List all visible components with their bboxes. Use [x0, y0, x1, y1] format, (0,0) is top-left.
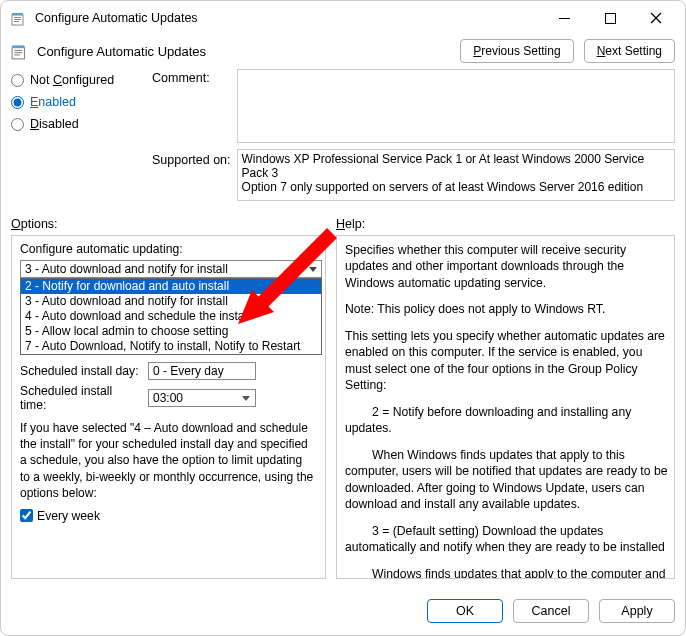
configure-heading: Configure automatic updating:	[20, 242, 321, 256]
sched-day-label: Scheduled install day:	[20, 364, 140, 378]
policy-icon	[11, 10, 27, 26]
options-panel[interactable]: Configure automatic updating: 3 - Auto d…	[11, 235, 326, 579]
svg-rect-10	[12, 45, 24, 47]
footer: OK Cancel Apply	[1, 589, 685, 635]
window-title: Configure Automatic Updates	[35, 11, 541, 25]
every-week-label: Every week	[37, 509, 100, 523]
apply-button[interactable]: Apply	[599, 599, 675, 623]
update-mode-dropdown-list[interactable]: 2 - Notify for download and auto install…	[20, 278, 322, 355]
dropdown-item[interactable]: 5 - Allow local admin to choose setting	[21, 324, 321, 339]
svg-rect-2	[14, 17, 21, 18]
policy-editor-window: Configure Automatic Updates Configure Au…	[0, 0, 686, 636]
minimize-button[interactable]	[541, 3, 587, 33]
update-mode-dropdown[interactable]: 3 - Auto download and notify for install	[20, 260, 322, 278]
supported-label: Supported on:	[152, 149, 231, 167]
cancel-button[interactable]: Cancel	[513, 599, 589, 623]
help-text: Specifies whether this computer will rec…	[345, 242, 670, 291]
svg-rect-3	[14, 19, 21, 20]
svg-rect-12	[14, 52, 22, 53]
svg-rect-4	[14, 21, 19, 22]
svg-rect-11	[14, 50, 22, 51]
supported-on-box[interactable]: Windows XP Professional Service Pack 1 o…	[237, 149, 675, 201]
sched-day-select[interactable]: 0 - Every day	[148, 362, 256, 380]
next-setting-button[interactable]: Next Setting	[584, 39, 675, 63]
policy-icon	[11, 42, 29, 60]
help-text: 2 = Notify before downloading and instal…	[345, 404, 670, 437]
ok-button[interactable]: OK	[427, 599, 503, 623]
radio-not-configured[interactable]: Not Configured	[11, 73, 146, 87]
previous-setting-button[interactable]: Previous Setting	[460, 39, 573, 63]
dropdown-item[interactable]: 2 - Notify for download and auto install	[21, 279, 321, 294]
sched-time-label: Scheduled install time:	[20, 384, 140, 412]
btn-lbl: revious Setting	[481, 44, 560, 58]
maximize-button[interactable]	[587, 3, 633, 33]
radio-disabled[interactable]: Disabled	[11, 117, 146, 131]
help-text: This setting lets you specify whether au…	[345, 328, 670, 394]
dropdown-item[interactable]: 7 - Auto Download, Notify to install, No…	[21, 339, 321, 354]
help-text: Note: This policy does not apply to Wind…	[345, 301, 670, 317]
help-label: Help:	[336, 217, 365, 231]
dropdown-item[interactable]: 3 - Auto download and notify for install	[21, 294, 321, 309]
svg-rect-6	[605, 13, 615, 23]
close-button[interactable]	[633, 3, 679, 33]
titlebar[interactable]: Configure Automatic Updates	[1, 1, 685, 35]
btn-lbl: ext Setting	[605, 44, 662, 58]
svg-rect-13	[14, 54, 20, 55]
help-panel[interactable]: Specifies whether this computer will rec…	[336, 235, 675, 579]
every-week-checkbox[interactable]: Every week	[20, 509, 321, 523]
radio-enabled[interactable]: Enabled	[11, 95, 146, 109]
help-text: 3 = (Default setting) Download the updat…	[345, 523, 670, 556]
help-text: Windows finds updates that apply to the …	[345, 566, 670, 580]
schedule-blurb: If you have selected "4 – Auto download …	[20, 420, 315, 501]
sched-time-select[interactable]: 03:00	[148, 389, 256, 407]
dropdown-item[interactable]: 4 - Auto download and schedule the insta…	[21, 309, 321, 324]
comment-label: Comment:	[152, 69, 231, 85]
header-title: Configure Automatic Updates	[37, 44, 206, 59]
options-label: Options:	[11, 217, 326, 231]
header: Configure Automatic Updates	[11, 42, 452, 60]
svg-rect-1	[12, 13, 23, 15]
help-text: When Windows finds updates that apply to…	[345, 447, 670, 513]
comment-box[interactable]	[237, 69, 675, 143]
